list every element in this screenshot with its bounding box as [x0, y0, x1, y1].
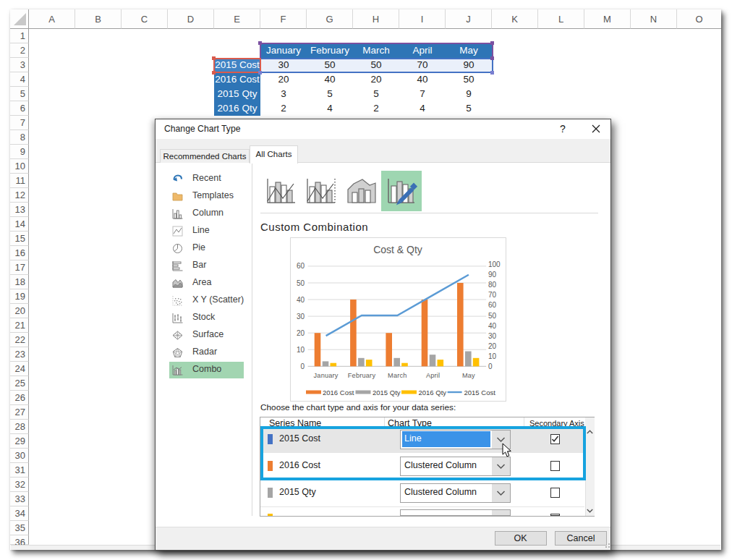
svg-text:100: 100: [488, 260, 501, 268]
svg-text:March: March: [388, 372, 407, 379]
svg-text:20: 20: [297, 329, 305, 337]
svg-text:2016 Qty: 2016 Qty: [419, 389, 447, 396]
svg-text:0: 0: [488, 362, 493, 370]
svg-text:80: 80: [488, 281, 497, 289]
svg-text:40: 40: [488, 322, 497, 330]
svg-text:Cost & Qty: Cost & Qty: [373, 244, 422, 255]
svg-text:60: 60: [488, 301, 497, 309]
svg-text:10: 10: [488, 352, 497, 360]
svg-text:April: April: [426, 372, 440, 379]
svg-text:90: 90: [488, 271, 497, 279]
svg-text:50: 50: [488, 312, 497, 320]
svg-text:2015 Qty: 2015 Qty: [373, 389, 401, 396]
svg-text:70: 70: [488, 291, 497, 299]
svg-text:30: 30: [488, 332, 497, 340]
svg-text:40: 40: [297, 296, 305, 304]
svg-text:50: 50: [297, 279, 305, 287]
svg-text:May: May: [462, 372, 475, 379]
svg-text:February: February: [348, 372, 376, 379]
svg-text:2016 Cost: 2016 Cost: [323, 389, 354, 396]
svg-text:January: January: [314, 372, 339, 379]
svg-text:0: 0: [300, 362, 305, 370]
svg-text:60: 60: [297, 262, 305, 270]
svg-text:20: 20: [488, 342, 497, 350]
svg-text:2015 Cost: 2015 Cost: [464, 389, 496, 396]
svg-text:10: 10: [297, 346, 305, 354]
svg-text:30: 30: [297, 313, 305, 321]
